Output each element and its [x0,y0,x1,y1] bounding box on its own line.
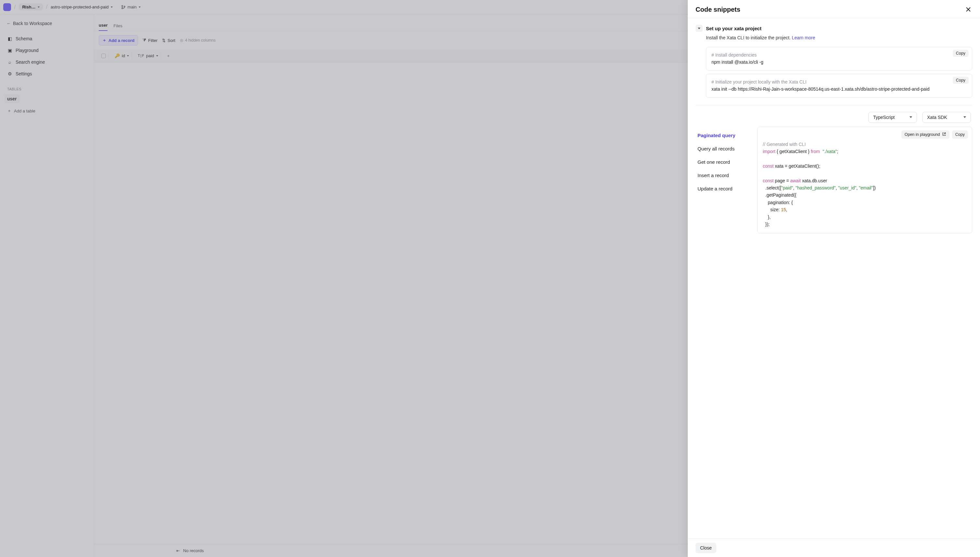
init-code-block: Copy # Initialize your project locally w… [706,74,972,98]
query-insert[interactable]: Insert a record [696,169,757,182]
open-label: Open in playground [905,132,940,137]
sdk-select[interactable]: Xata SDK [922,112,971,123]
section-setup-header[interactable]: Set up your xata project [696,23,972,35]
overlay[interactable]: Code snippets Set up your xata project I… [0,0,980,557]
chevron-down-icon [964,116,966,118]
select-value: Xata SDK [927,115,947,120]
external-link-icon [942,132,946,137]
query-update[interactable]: Update a record [696,182,757,195]
query-all[interactable]: Query all records [696,142,757,155]
query-code-block: Open in playground Copy // Generated wit… [757,127,972,234]
divider [696,106,972,106]
learn-more-link[interactable]: Learn more [792,35,815,40]
desc-text: Install the Xata CLI to initialize the p… [706,35,792,40]
copy-button[interactable]: Copy [953,77,969,84]
copy-button[interactable]: Copy [953,50,969,57]
open-in-playground-button[interactable]: Open in playground [901,130,949,139]
section-title: Set up your xata project [706,26,761,31]
section-setup-desc: Install the Xata CLI to initialize the p… [696,35,972,44]
close-button[interactable]: Close [696,543,716,553]
code-snippets-panel: Code snippets Set up your xata project I… [688,0,980,557]
code-comment: # Install dependencies [711,52,756,57]
query-paginated[interactable]: Paginated query [696,129,757,142]
panel-title: Code snippets [696,6,740,13]
chevron-down-icon [910,116,912,118]
code-content: // Generated with CLI import { getXataCl… [763,141,967,228]
query-one[interactable]: Get one record [696,155,757,169]
code-comment: # Initialize your project locally with t… [711,79,806,85]
select-value: TypeScript [873,115,895,120]
chevron-down-icon [698,28,701,29]
query-type-list: Paginated query Query all records Get on… [696,127,757,234]
install-code-block: Copy # Install dependencies npm install … [706,47,972,70]
code-line: npm install @xata.io/cli -g [711,59,763,65]
language-select[interactable]: TypeScript [868,112,917,123]
close-icon[interactable] [965,6,972,13]
collapse-toggle[interactable] [696,25,703,32]
code-line: xata init --db https://Rishi-Raj-Jain-s-… [711,86,930,92]
copy-button[interactable]: Copy [952,130,968,139]
